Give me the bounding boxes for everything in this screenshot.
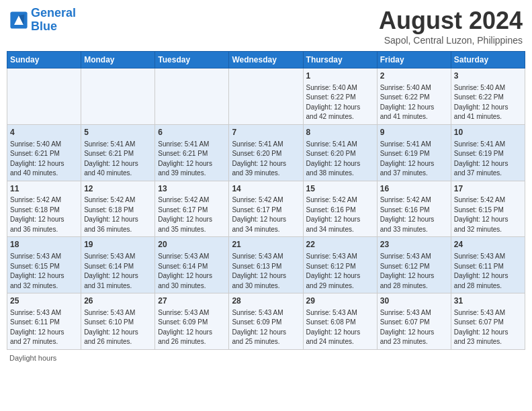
day-number: 6 xyxy=(158,127,226,138)
cell-content: Sunrise: 5:43 AM Sunset: 6:14 PM Dayligh… xyxy=(84,252,152,291)
calendar-cell: 29Sunrise: 5:43 AM Sunset: 6:08 PM Dayli… xyxy=(303,293,377,350)
calendar-cell xyxy=(7,68,81,125)
column-header-friday: Friday xyxy=(377,52,451,68)
header-row: SundayMondayTuesdayWednesdayThursdayFrid… xyxy=(7,52,525,68)
day-number: 17 xyxy=(454,183,522,195)
column-header-saturday: Saturday xyxy=(451,52,525,68)
cell-content: Sunrise: 5:40 AM Sunset: 6:21 PM Dayligh… xyxy=(10,140,78,179)
calendar-cell: 23Sunrise: 5:43 AM Sunset: 6:12 PM Dayli… xyxy=(377,237,451,293)
day-number: 23 xyxy=(380,239,448,250)
cell-content: Sunrise: 5:43 AM Sunset: 6:08 PM Dayligh… xyxy=(306,308,374,347)
day-number: 9 xyxy=(380,127,448,138)
calendar-cell xyxy=(81,68,155,125)
cell-content: Sunrise: 5:43 AM Sunset: 6:09 PM Dayligh… xyxy=(158,308,226,347)
calendar-cell: 18Sunrise: 5:43 AM Sunset: 6:15 PM Dayli… xyxy=(7,237,81,293)
calendar-cell: 4Sunrise: 5:40 AM Sunset: 6:21 PM Daylig… xyxy=(7,124,81,181)
calendar-header: SundayMondayTuesdayWednesdayThursdayFrid… xyxy=(7,52,525,68)
day-number: 20 xyxy=(158,239,226,250)
cell-content: Sunrise: 5:43 AM Sunset: 6:14 PM Dayligh… xyxy=(158,252,226,291)
day-number: 28 xyxy=(232,295,300,307)
calendar-cell: 12Sunrise: 5:42 AM Sunset: 6:18 PM Dayli… xyxy=(81,181,155,237)
calendar-week-1: 1Sunrise: 5:40 AM Sunset: 6:22 PM Daylig… xyxy=(7,68,525,125)
calendar-week-4: 18Sunrise: 5:43 AM Sunset: 6:15 PM Dayli… xyxy=(7,237,525,293)
calendar-cell: 13Sunrise: 5:42 AM Sunset: 6:17 PM Dayli… xyxy=(155,181,229,237)
calendar-cell: 5Sunrise: 5:41 AM Sunset: 6:21 PM Daylig… xyxy=(81,124,155,181)
day-number: 16 xyxy=(380,183,448,195)
day-number: 19 xyxy=(84,239,152,250)
calendar-cell: 19Sunrise: 5:43 AM Sunset: 6:14 PM Dayli… xyxy=(81,237,155,293)
calendar-cell: 26Sunrise: 5:43 AM Sunset: 6:10 PM Dayli… xyxy=(81,293,155,350)
calendar-cell xyxy=(229,68,303,125)
cell-content: Sunrise: 5:40 AM Sunset: 6:22 PM Dayligh… xyxy=(380,83,448,122)
calendar-cell: 21Sunrise: 5:43 AM Sunset: 6:13 PM Dayli… xyxy=(229,237,303,293)
logo-text: General Blue xyxy=(31,7,76,34)
cell-content: Sunrise: 5:41 AM Sunset: 6:20 PM Dayligh… xyxy=(306,140,374,179)
calendar-week-2: 4Sunrise: 5:40 AM Sunset: 6:21 PM Daylig… xyxy=(7,124,525,181)
day-number: 8 xyxy=(306,127,374,138)
cell-content: Sunrise: 5:40 AM Sunset: 6:22 PM Dayligh… xyxy=(454,83,522,122)
calendar-cell: 30Sunrise: 5:43 AM Sunset: 6:07 PM Dayli… xyxy=(377,293,451,350)
calendar-cell: 20Sunrise: 5:43 AM Sunset: 6:14 PM Dayli… xyxy=(155,237,229,293)
cell-content: Sunrise: 5:42 AM Sunset: 6:18 PM Dayligh… xyxy=(84,195,152,234)
calendar-cell: 15Sunrise: 5:42 AM Sunset: 6:16 PM Dayli… xyxy=(303,181,377,237)
calendar-cell xyxy=(155,68,229,125)
calendar-week-5: 25Sunrise: 5:43 AM Sunset: 6:11 PM Dayli… xyxy=(7,293,525,350)
calendar-cell: 25Sunrise: 5:43 AM Sunset: 6:11 PM Dayli… xyxy=(7,293,81,350)
cell-content: Sunrise: 5:43 AM Sunset: 6:07 PM Dayligh… xyxy=(454,308,522,347)
logo-line1: General xyxy=(31,6,76,19)
day-number: 5 xyxy=(84,127,152,138)
day-number: 27 xyxy=(158,295,226,307)
calendar-cell: 2Sunrise: 5:40 AM Sunset: 6:22 PM Daylig… xyxy=(377,68,451,125)
column-header-wednesday: Wednesday xyxy=(229,52,303,68)
cell-content: Sunrise: 5:43 AM Sunset: 6:12 PM Dayligh… xyxy=(306,252,374,291)
cell-content: Sunrise: 5:42 AM Sunset: 6:18 PM Dayligh… xyxy=(10,195,78,234)
cell-content: Sunrise: 5:43 AM Sunset: 6:15 PM Dayligh… xyxy=(10,252,78,291)
column-header-sunday: Sunday xyxy=(7,52,81,68)
calendar-cell: 9Sunrise: 5:41 AM Sunset: 6:19 PM Daylig… xyxy=(377,124,451,181)
footer-text: Daylight hours xyxy=(9,354,56,362)
cell-content: Sunrise: 5:41 AM Sunset: 6:21 PM Dayligh… xyxy=(84,140,152,179)
cell-content: Sunrise: 5:42 AM Sunset: 6:16 PM Dayligh… xyxy=(306,195,374,234)
column-header-monday: Monday xyxy=(81,52,155,68)
day-number: 4 xyxy=(10,127,78,138)
subtitle: Sapol, Central Luzon, Philippines xyxy=(379,35,523,46)
cell-content: Sunrise: 5:42 AM Sunset: 6:16 PM Dayligh… xyxy=(380,195,448,234)
day-number: 26 xyxy=(84,295,152,307)
day-number: 21 xyxy=(232,239,300,250)
column-header-tuesday: Tuesday xyxy=(155,52,229,68)
logo-line2: Blue xyxy=(31,19,57,33)
day-number: 7 xyxy=(232,127,300,138)
calendar-cell: 24Sunrise: 5:43 AM Sunset: 6:11 PM Dayli… xyxy=(451,237,525,293)
logo-icon xyxy=(9,11,28,30)
day-number: 3 xyxy=(454,71,522,82)
main-title: August 2024 xyxy=(379,7,523,35)
cell-content: Sunrise: 5:43 AM Sunset: 6:11 PM Dayligh… xyxy=(454,252,522,291)
calendar-cell: 10Sunrise: 5:41 AM Sunset: 6:19 PM Dayli… xyxy=(451,124,525,181)
day-number: 22 xyxy=(306,239,374,250)
day-number: 10 xyxy=(454,127,522,138)
cell-content: Sunrise: 5:41 AM Sunset: 6:19 PM Dayligh… xyxy=(380,140,448,179)
calendar-cell: 14Sunrise: 5:42 AM Sunset: 6:17 PM Dayli… xyxy=(229,181,303,237)
day-number: 18 xyxy=(10,239,78,250)
cell-content: Sunrise: 5:41 AM Sunset: 6:20 PM Dayligh… xyxy=(232,140,300,179)
calendar-cell: 22Sunrise: 5:43 AM Sunset: 6:12 PM Dayli… xyxy=(303,237,377,293)
calendar-cell: 17Sunrise: 5:42 AM Sunset: 6:15 PM Dayli… xyxy=(451,181,525,237)
calendar-table: SundayMondayTuesdayWednesdayThursdayFrid… xyxy=(7,51,525,350)
day-number: 2 xyxy=(380,71,448,82)
cell-content: Sunrise: 5:43 AM Sunset: 6:10 PM Dayligh… xyxy=(84,308,152,347)
footer: Daylight hours xyxy=(7,354,525,362)
cell-content: Sunrise: 5:42 AM Sunset: 6:15 PM Dayligh… xyxy=(454,195,522,234)
cell-content: Sunrise: 5:43 AM Sunset: 6:12 PM Dayligh… xyxy=(380,252,448,291)
day-number: 24 xyxy=(454,239,522,250)
cell-content: Sunrise: 5:43 AM Sunset: 6:09 PM Dayligh… xyxy=(232,308,300,347)
day-number: 25 xyxy=(10,295,78,307)
calendar-cell: 8Sunrise: 5:41 AM Sunset: 6:20 PM Daylig… xyxy=(303,124,377,181)
calendar-week-3: 11Sunrise: 5:42 AM Sunset: 6:18 PM Dayli… xyxy=(7,181,525,237)
cell-content: Sunrise: 5:41 AM Sunset: 6:19 PM Dayligh… xyxy=(454,140,522,179)
logo: General Blue xyxy=(9,7,76,34)
calendar-cell: 28Sunrise: 5:43 AM Sunset: 6:09 PM Dayli… xyxy=(229,293,303,350)
day-number: 15 xyxy=(306,183,374,195)
day-number: 30 xyxy=(380,295,448,307)
cell-content: Sunrise: 5:43 AM Sunset: 6:13 PM Dayligh… xyxy=(232,252,300,291)
calendar-cell: 6Sunrise: 5:41 AM Sunset: 6:21 PM Daylig… xyxy=(155,124,229,181)
